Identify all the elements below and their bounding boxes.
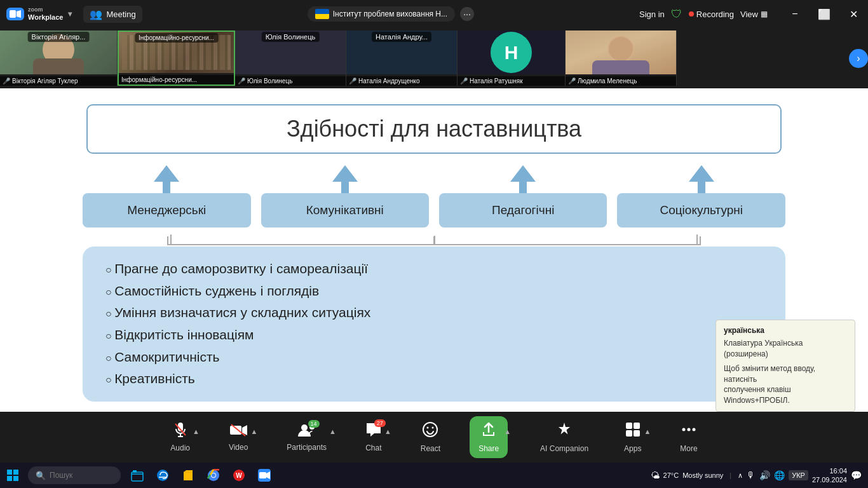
category-2-box: Комунікативні — [261, 193, 429, 227]
arrow-3-head — [510, 165, 536, 182]
mute-icon-4: 🎤 — [349, 78, 356, 85]
participants-caret[interactable]: ▲ — [329, 428, 336, 435]
arrow-4-head — [689, 165, 714, 182]
participant-5-top-name — [508, 32, 515, 34]
arrow-2-body — [341, 182, 349, 193]
title-more-button[interactable]: ··· — [460, 7, 474, 21]
language-button[interactable]: УКР — [789, 470, 808, 480]
ai-companion-button[interactable]: AI Companion — [534, 417, 595, 457]
meeting-title-area: Інститут проблем виховання Н... ··· — [142, 6, 639, 22]
minimize-button[interactable]: − — [780, 0, 810, 28]
arrow-1-head — [154, 165, 179, 182]
taskbar-weather-icon: 🌤 — [651, 470, 660, 480]
meeting-button[interactable]: 👥 Meeting — [83, 6, 142, 23]
apps-label: Apps — [624, 444, 641, 453]
taskbar-weather-desc: Mostly sunny — [682, 471, 723, 479]
chat-caret[interactable]: ▲ — [384, 428, 391, 435]
category-4-col: Соціокультурні — [617, 165, 785, 227]
audio-label: Audio — [170, 444, 190, 452]
taskbar-chrome-icon[interactable] — [202, 464, 225, 487]
share-group: Share ▲ — [458, 416, 522, 458]
tooltip-line3: сполучення клавіш Windows+ПРОБІЛ. — [724, 384, 847, 406]
slide-title: Здібності для наставництва — [86, 104, 781, 154]
participant-5-bottom-name: 🎤 Наталія Ратушняк — [458, 76, 565, 86]
mute-icon-1: 🎤 — [3, 78, 10, 85]
audio-button[interactable]: Audio — [164, 418, 196, 456]
category-1-col: Менеджерські — [83, 165, 250, 227]
apps-icon — [625, 421, 641, 442]
taskbar-search[interactable]: 🔍 — [28, 466, 121, 484]
recording-button[interactable]: Recording — [689, 10, 734, 19]
participant-card-2[interactable]: Інформаційно-ресурсни... Інформаційно-ре… — [118, 30, 235, 86]
more-group: More — [662, 417, 715, 457]
taskbar-files-icon[interactable] — [177, 464, 200, 487]
svg-rect-0 — [10, 10, 16, 18]
taskbar-wps-icon[interactable]: W — [227, 464, 250, 487]
react-button[interactable]: React — [414, 417, 447, 457]
more-icon — [681, 421, 697, 442]
participant-card-4[interactable]: Наталія Андру... 🎤 Наталія Андрущенко — [346, 30, 458, 86]
share-caret[interactable]: ▲ — [504, 428, 511, 435]
taskbar-tray-arrow[interactable]: ∧ — [738, 471, 743, 480]
more-button[interactable]: More — [674, 417, 703, 457]
svg-rect-22 — [7, 476, 12, 481]
audio-caret[interactable]: ▲ — [193, 428, 200, 435]
mute-icon-6: 🎤 — [568, 78, 576, 85]
participants-next-button[interactable]: › — [849, 49, 868, 68]
svg-point-17 — [682, 428, 686, 431]
tooltip-line1: Клавіатура Українська (розширена) — [724, 338, 847, 360]
svg-point-11 — [427, 427, 429, 429]
share-label: Share — [478, 444, 499, 453]
window-controls: − ⬜ ✕ — [780, 0, 868, 28]
zoom-logo: zoom Workplace ▾ — [0, 7, 78, 21]
maximize-button[interactable]: ⬜ — [810, 0, 839, 28]
chat-button[interactable]: 27 Chat — [359, 418, 388, 456]
svg-point-29 — [212, 473, 215, 477]
participant-3-bottom-name: 🎤 Юлія Волинець — [235, 76, 346, 86]
close-button[interactable]: ✕ — [839, 0, 868, 28]
participant-1-bottom-name: 🎤 Вікторія Агіляр Туклер — [0, 76, 117, 86]
meeting-label: Meeting — [106, 10, 135, 19]
categories-row: Менеджерські Комунікативні Педагогічні С… — [83, 165, 785, 227]
sign-in-button[interactable]: Sign in — [639, 10, 665, 19]
skill-item-3: Уміння визначатися у складних ситуаціях — [105, 302, 763, 324]
participant-card-1[interactable]: Вікторія Агіляр... 🎤 Вікторія Агіляр Тук… — [0, 30, 118, 86]
taskbar-zoom-icon[interactable] — [253, 464, 276, 487]
taskbar-search-input[interactable] — [50, 471, 113, 480]
tooltip-line2: Щоб змінити метод вводу, натисніть — [724, 363, 847, 385]
zoom-chevron-icon[interactable]: ▾ — [68, 10, 72, 18]
audio-icon — [173, 422, 188, 441]
video-icon — [229, 423, 247, 440]
participants-button[interactable]: 14 Participants — [280, 419, 333, 456]
people-icon: 👥 — [90, 8, 102, 20]
start-button[interactable] — [0, 463, 25, 488]
view-button[interactable]: View ▦ — [740, 10, 768, 19]
skill-item-4: Відкритість інноваціям — [105, 324, 763, 346]
app-name-text: zoom Workplace — [28, 7, 63, 21]
share-button[interactable]: Share — [470, 416, 508, 458]
meeting-title-badge: Інститут проблем виховання Н... — [308, 6, 455, 22]
taskbar-notification-icon[interactable]: 💬 — [851, 470, 862, 480]
category-2-col: Комунікативні — [261, 165, 429, 227]
taskbar-weather-temp: 27°C — [663, 471, 679, 479]
video-caret[interactable]: ▲ — [250, 428, 257, 435]
participant-1-top-name: Вікторія Агіляр... — [28, 32, 90, 42]
apps-caret[interactable]: ▲ — [644, 428, 651, 435]
svg-rect-33 — [259, 472, 266, 478]
meeting-title-text: Інститут проблем виховання Н... — [333, 10, 447, 18]
participant-card-3[interactable]: Юлія Волинець 🎤 Юлія Волинець — [235, 30, 346, 86]
apps-button[interactable]: Apps — [618, 417, 648, 457]
skills-list-bubble: Прагне до саморозвитку і самореалізації … — [83, 247, 785, 402]
skill-item-1: Прагне до саморозвитку і самореалізації — [105, 258, 763, 280]
svg-point-12 — [432, 427, 434, 429]
arrow-1-body — [163, 182, 170, 193]
participant-card-6[interactable]: 🎤 Людмила Меленець — [566, 30, 677, 86]
taskbar-explorer-icon[interactable] — [126, 464, 149, 487]
taskbar-edge-icon[interactable] — [151, 464, 174, 487]
category-3-box: Педагогічні — [439, 193, 607, 227]
bracket-connector — [83, 227, 785, 245]
video-button[interactable]: Video — [222, 419, 254, 456]
participant-card-5[interactable]: H 🎤 Наталія Ратушняк — [458, 30, 566, 86]
video-label: Video — [229, 443, 248, 452]
ai-companion-label: AI Companion — [540, 444, 588, 453]
